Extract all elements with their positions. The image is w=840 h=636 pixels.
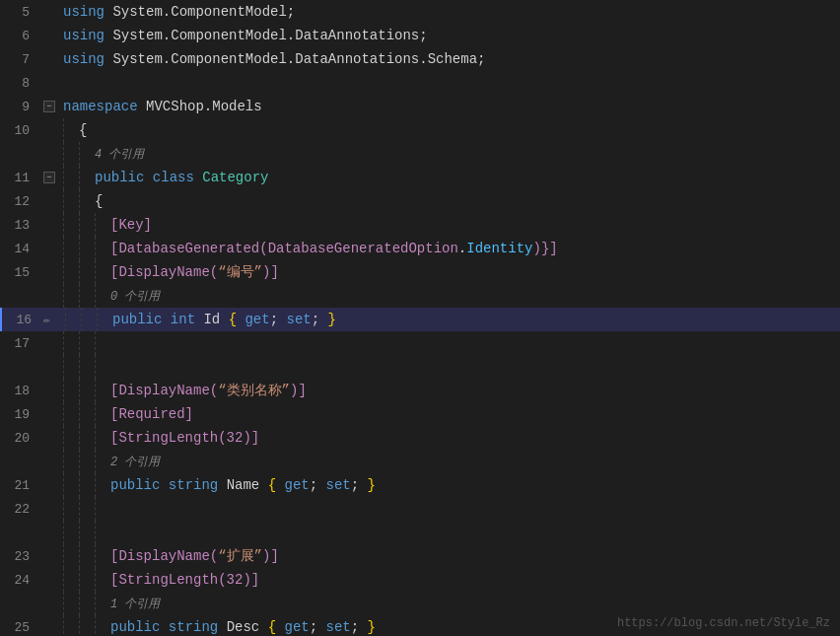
indent-guide	[63, 592, 79, 615]
line-number: 22	[0, 502, 39, 517]
indent-guide	[95, 568, 110, 592]
token-plain	[162, 312, 170, 327]
collapse-button[interactable]: −	[43, 101, 55, 112]
token-bracket: }	[368, 619, 376, 635]
indent-guide	[63, 450, 79, 473]
line-content: {	[79, 122, 840, 138]
reference-count: 4 个引用	[95, 146, 144, 163]
token-enum-val: Identity	[466, 241, 532, 256]
indent-guide	[79, 331, 95, 355]
line-number: 14	[0, 242, 39, 256]
token-attr: [Required]	[110, 406, 193, 422]
token-plain	[276, 619, 284, 635]
line-indent: 2 个引用	[59, 450, 840, 473]
code-line: 0 个引用	[0, 284, 840, 308]
indent-guide	[95, 379, 110, 402]
indent-guide	[63, 213, 79, 237]
token-plain: Name	[218, 477, 267, 493]
code-line: 8	[0, 71, 840, 95]
indent-guide	[95, 260, 110, 284]
code-line: 13[Key]	[0, 213, 840, 237]
indent-guide	[79, 379, 95, 402]
token-attr: [DisplayName(	[110, 548, 218, 564]
indent-guide	[79, 592, 95, 615]
indent-guide	[81, 308, 97, 331]
indent-guide	[63, 615, 79, 636]
token-plain: {	[79, 122, 87, 138]
token-plain: ;	[351, 619, 368, 635]
line-number: 11	[0, 171, 39, 185]
indent-guide	[95, 521, 110, 544]
indent-guide	[63, 473, 79, 497]
indent-guide	[63, 189, 79, 213]
reference-count: 1 个引用	[110, 596, 160, 612]
token-plain: System.ComponentModel.DataAnnotations.Sc…	[105, 51, 485, 67]
indent-guide	[79, 450, 95, 473]
code-line: 23[DisplayName(“扩展”)]	[0, 544, 840, 568]
token-kw: public	[95, 170, 144, 185]
code-line: 2 个引用	[0, 450, 840, 473]
indent-guide	[79, 189, 95, 213]
line-indent: [StringLength(32)]	[59, 568, 840, 592]
token-kw: get	[284, 619, 309, 635]
indent-guide	[63, 118, 79, 142]
code-line: 10{	[0, 118, 840, 142]
indent-guide	[95, 615, 110, 636]
token-plain: ;	[312, 312, 328, 327]
token-kw: class	[153, 170, 194, 185]
watermark: https://blog.csdn.net/Style_Rz	[617, 616, 830, 630]
indent-guide	[95, 213, 110, 237]
line-indent: using System.ComponentModel.DataAnnotati…	[59, 28, 840, 43]
reference-count: 0 个引用	[110, 288, 160, 305]
indent-guide	[95, 284, 110, 308]
indent-guide	[63, 497, 79, 521]
line-indent: using System.ComponentModel;	[59, 4, 840, 20]
line-gutter[interactable]: −	[39, 172, 59, 183]
code-line	[0, 521, 840, 544]
line-indent: public int Id { get; set; }	[61, 308, 840, 331]
token-kw: set	[287, 312, 312, 327]
indent-guide	[79, 237, 95, 260]
token-attr: )]	[262, 264, 279, 280]
line-content: {	[95, 193, 840, 209]
code-line: 19[Required]	[0, 402, 840, 426]
line-content: public class Category	[95, 170, 840, 185]
indent-guide	[95, 355, 110, 379]
indent-guide	[97, 308, 112, 331]
line-gutter[interactable]: −	[39, 101, 59, 112]
indent-guide	[63, 402, 79, 426]
indent-guide	[79, 521, 95, 544]
code-line: 17	[0, 331, 840, 355]
line-number: 17	[0, 336, 39, 351]
token-str: “扩展”	[218, 547, 262, 565]
indent-guide	[63, 379, 79, 402]
code-line: 1 个引用	[0, 592, 840, 615]
line-indent: [StringLength(32)]	[59, 426, 840, 450]
token-kw: set	[326, 477, 351, 493]
token-plain: MVCShop.Models	[138, 99, 262, 114]
token-str: “类别名称”	[218, 382, 290, 399]
code-line: 9−namespace MVCShop.Models	[0, 95, 840, 118]
indent-guide	[79, 142, 95, 166]
collapse-button[interactable]: −	[43, 172, 55, 183]
line-indent: {	[59, 189, 840, 213]
token-plain: ;	[310, 477, 326, 493]
indent-guide	[79, 568, 95, 592]
line-content: using System.ComponentModel.DataAnnotati…	[63, 51, 840, 67]
token-kw: string	[169, 477, 218, 493]
line-indent	[59, 521, 840, 544]
code-line: 16✏public int Id { get; set; }	[0, 308, 840, 331]
token-plain	[144, 170, 152, 185]
token-plain: ;	[310, 619, 326, 635]
line-indent: [Required]	[59, 402, 840, 426]
line-indent: {	[59, 118, 840, 142]
line-content: [DisplayName(“扩展”)]	[110, 547, 840, 565]
token-plain: ;	[270, 312, 287, 327]
code-line	[0, 355, 840, 379]
line-indent: [DisplayName(“类别名称”)]	[59, 379, 840, 402]
line-content: public int Id { get; set; }	[112, 312, 840, 327]
indent-guide	[95, 331, 110, 355]
token-str: “编号”	[218, 263, 262, 281]
line-content: using System.ComponentModel.DataAnnotati…	[63, 28, 840, 43]
indent-guide	[95, 426, 110, 450]
